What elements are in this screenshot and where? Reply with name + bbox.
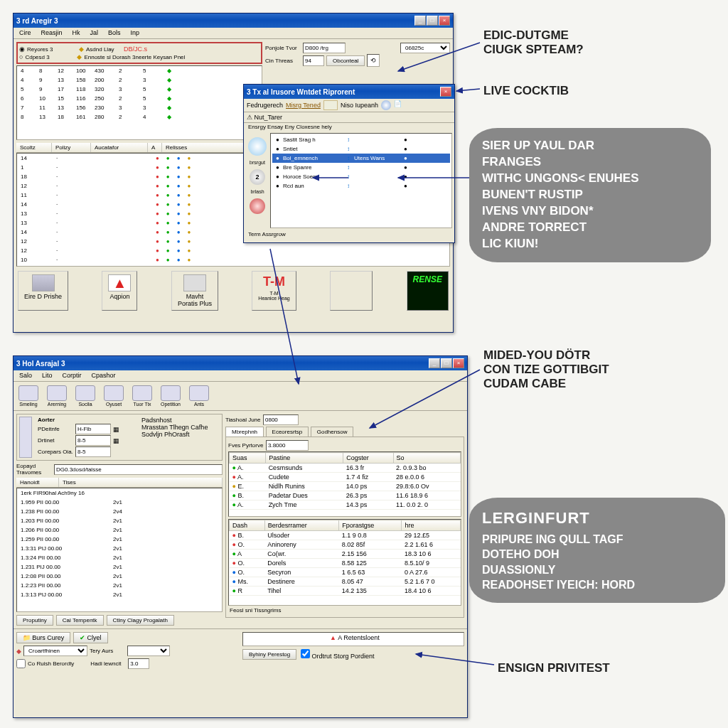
menubar-2: Salo Lito Corptir Cpashor <box>14 370 467 382</box>
titlebar-2[interactable]: 3 Hol Asrajal 3 _ □ × <box>14 356 467 370</box>
burs-button[interactable]: 📁 Burs Curey <box>16 632 70 643</box>
close-icon[interactable]: × <box>440 87 451 97</box>
menu-item[interactable]: Jal <box>87 28 102 38</box>
badge-icon <box>323 100 338 110</box>
menu-item[interactable]: Bols <box>105 28 124 38</box>
table-1[interactable]: SuasPastineCogsterSo● A.Cesmsunds16.3 fr… <box>228 451 461 517</box>
proputiny-button[interactable]: Proputiny <box>16 615 53 626</box>
close-icon[interactable]: × <box>453 358 464 368</box>
menu-item[interactable]: Corptir <box>60 371 85 380</box>
field-label: Corepars Oia. <box>38 449 73 455</box>
input-threas[interactable] <box>303 55 324 66</box>
minimize-icon[interactable]: _ <box>429 358 440 368</box>
note-text: Mrasstan Tlhegn Cafhe <box>141 424 220 431</box>
menu-item[interactable]: Salo <box>16 371 35 380</box>
check-label: Ennoste sl Dorash 3neerte Keysan Pnel <box>84 54 185 60</box>
toolbar-button[interactable]: Oyuset <box>101 384 127 408</box>
input-field[interactable] <box>75 446 111 457</box>
number-2-icon[interactable]: 2 <box>250 169 265 185</box>
sponsor-truck[interactable]: Eire D Prishe <box>18 271 68 311</box>
menu-item[interactable]: Inp <box>128 28 143 38</box>
log-list[interactable]: 1erk FIR90hal Ach9ny 161.959 PII 00.002v… <box>16 488 223 612</box>
warning-icon: ▲ <box>330 634 336 641</box>
calendar-icon[interactable]: ▦ <box>113 426 119 433</box>
icon-label: brsrgut <box>250 160 265 165</box>
input-field[interactable] <box>263 414 299 425</box>
sponsor-warning[interactable]: ▲Aqpion <box>102 271 137 311</box>
radio-icon[interactable]: ◉ <box>19 46 25 53</box>
globe-icon[interactable] <box>381 100 391 110</box>
window-title: 3 rd Aregir 3 <box>16 17 58 25</box>
calendar-icon[interactable]: ▦ <box>113 437 119 444</box>
toolbar-button[interactable]: Socila <box>73 384 98 408</box>
toolbar-button[interactable]: Ants <box>186 384 212 408</box>
menu-item[interactable]: Cpashor <box>89 371 119 380</box>
tab[interactable]: Godhensow <box>311 427 354 437</box>
input-field[interactable] <box>128 658 149 669</box>
col-header[interactable]: Polizy <box>52 143 91 152</box>
callout-bubble-5: LERGINFURT PRIPURE ING QULL TAGF DOTEHO … <box>469 498 725 603</box>
input-field[interactable] <box>266 440 309 451</box>
col-header[interactable]: Tises <box>59 478 223 487</box>
toolbar-link[interactable]: Misrg Tened <box>286 102 321 109</box>
tab[interactable]: Mbrephnh <box>225 427 264 437</box>
field-label: PDeitnfe <box>38 426 73 432</box>
toolbar-link[interactable]: Niso Iupeanh <box>341 102 378 109</box>
toolbar-button[interactable]: Tuor Tix <box>129 384 155 408</box>
col-header[interactable]: Scoltz <box>16 143 52 152</box>
input-field[interactable] <box>75 435 111 446</box>
table-2[interactable]: DashBerdesrramerFporastgsehre● B.Ulsoder… <box>228 519 461 606</box>
toolbar-button[interactable]: Arerning <box>44 384 70 408</box>
col-header[interactable]: A <box>148 143 162 152</box>
menu-item[interactable]: Reasjin <box>38 28 65 38</box>
callout-title: LERGINFURT <box>482 508 712 529</box>
car-icon <box>183 274 206 291</box>
toolbar-button[interactable]: Opetition <box>158 384 183 408</box>
ctlny-button[interactable]: Ctlny Clagy Progalath <box>107 615 174 626</box>
red-sphere-icon[interactable] <box>250 198 265 214</box>
note-text: Sodvljn PhOrasft <box>141 431 220 438</box>
input-field[interactable] <box>75 424 111 434</box>
toolbar-link[interactable]: Fedrugerech <box>247 102 283 109</box>
tab[interactable]: Eceoresrtsp <box>266 427 309 437</box>
check-icon: ✔ <box>80 634 85 641</box>
sphere-icon[interactable] <box>248 137 267 156</box>
select-tery[interactable] <box>127 646 170 656</box>
renst-logo-icon: RENSE <box>413 274 442 284</box>
sponsor-renst[interactable]: RENSE <box>407 271 449 311</box>
cai-button[interactable]: Cai Tempentk <box>56 615 104 626</box>
obconteal-button[interactable]: Obconteal <box>326 55 365 66</box>
selector[interactable]: 06825c <box>400 43 450 53</box>
refresh-icon[interactable]: ⟲ <box>367 54 380 67</box>
sponsor-blank[interactable] <box>330 271 373 311</box>
select-croart[interactable]: Croartfhinen <box>23 646 87 656</box>
close-icon[interactable]: × <box>439 16 450 26</box>
popup-titlebar[interactable]: 3 Tx al lrusore Wntdet Riprorent × <box>244 85 454 99</box>
menu-item[interactable]: Lito <box>39 371 55 380</box>
col-header[interactable]: Hanoidt <box>16 478 59 487</box>
checkbox[interactable] <box>16 658 26 669</box>
radio-icon[interactable]: ○ <box>19 53 23 60</box>
page-icon[interactable]: 📄 <box>394 100 402 110</box>
titlebar-1[interactable]: 3 rd Aregir 3 _ □ × <box>14 14 453 28</box>
field-label: Drtinet <box>38 437 73 444</box>
checkbox[interactable] <box>301 649 310 658</box>
minimize-icon[interactable]: _ <box>414 16 426 26</box>
field-label: Tery Aurs <box>90 648 125 654</box>
menu-item[interactable]: Cire <box>16 28 34 38</box>
sponsor-tm[interactable]: T-MT-M Heanice Heag <box>252 271 296 311</box>
maximize-icon[interactable]: □ <box>441 358 452 368</box>
popup-list[interactable]: ●Sastit Srag h↕●●Sntiet↕●●Bol_emnench↕Ut… <box>270 133 452 228</box>
sponsor-car[interactable]: Mavht Poratis Plus <box>171 271 218 311</box>
col-header[interactable]: Aucatafor <box>91 143 148 152</box>
input-ponjole[interactable] <box>303 43 346 53</box>
menu-item[interactable]: Hk <box>70 28 83 38</box>
toolbar-2: SmelingArerningSocilaOyusetTuor TixOpeti… <box>14 382 467 411</box>
maximize-icon[interactable]: □ <box>427 16 438 26</box>
data-grid-1[interactable]: 481210043025◆491315820023◆591711832035◆6… <box>16 65 262 140</box>
clyel-button[interactable]: ✔ Clyel <box>73 632 107 643</box>
check-label: Cdpesd 3 <box>25 54 60 60</box>
input-field[interactable] <box>54 464 223 475</box>
byhiny-button[interactable]: Byhiny Perestog <box>242 649 296 660</box>
toolbar-button[interactable]: Smeling <box>16 384 41 408</box>
